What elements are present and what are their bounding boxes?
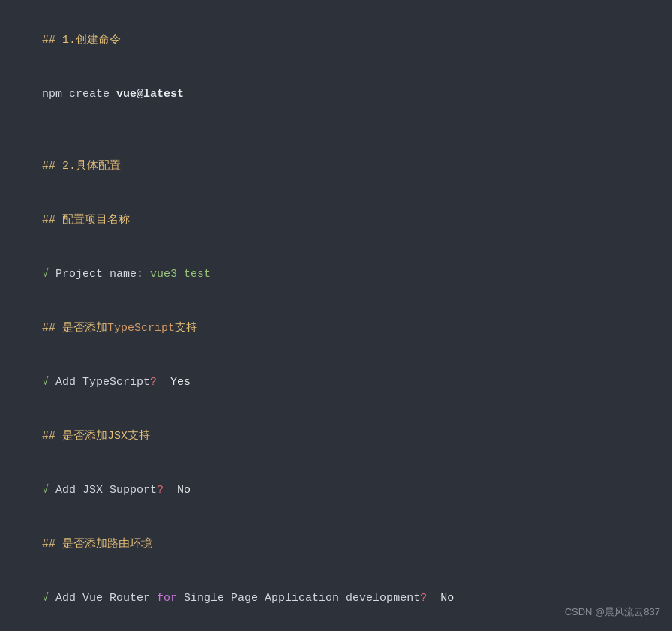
heading-pinia: ## 是否添加pinia环境 [15, 626, 657, 631]
npm-command: npm create vue@latest [15, 68, 657, 122]
config-jsx: √ Add JSX Support? No [15, 464, 657, 518]
config-router: √ Add Vue Router for Single Page Applica… [15, 572, 657, 626]
terminal: ## 1.创建命令 npm create vue@latest ## 2.具体配… [0, 0, 672, 631]
empty-line-1 [15, 122, 657, 140]
heading-typescript: ## 是否添加TypeScript支持 [15, 302, 657, 356]
heading-jsx: ## 是否添加JSX支持 [15, 410, 657, 464]
heading-create-command: ## 1.创建命令 [15, 14, 657, 68]
heading-config: ## 2.具体配置 [15, 140, 657, 194]
watermark: CSDN @晨风流云837 [565, 605, 660, 620]
config-typescript: √ Add TypeScript? Yes [15, 356, 657, 410]
heading-project-name: ## 配置项目名称 [15, 194, 657, 248]
config-project-name: √ Project name: vue3_test [15, 248, 657, 302]
heading-router: ## 是否添加路由环境 [15, 518, 657, 572]
